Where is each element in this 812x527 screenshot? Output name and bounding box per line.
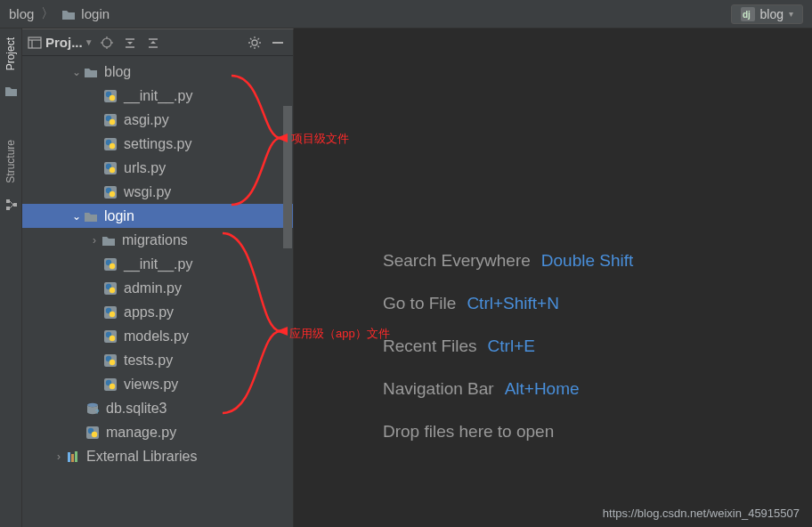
tree-folder-blog[interactable]: ⌄ blog: [22, 60, 293, 84]
folder-icon: [4, 85, 17, 97]
tree-label: apps.py: [124, 304, 174, 320]
tree-label: db.sqlite3: [106, 401, 167, 417]
hint-recent-files: Recent Files Ctrl+E: [383, 336, 633, 356]
chevron-down-icon[interactable]: ⌄: [70, 210, 83, 223]
python-file-icon: [102, 137, 118, 151]
tree-folder-migrations[interactable]: › migrations: [22, 228, 293, 252]
tree-file-views[interactable]: views.py: [22, 372, 293, 396]
run-config-label: blog: [760, 7, 784, 21]
hint-label: Go to File: [383, 294, 456, 313]
run-configuration-selector[interactable]: blog ▾: [731, 4, 803, 24]
libraries-icon: [65, 450, 81, 464]
project-tab-label: Project: [4, 37, 17, 70]
project-panel: Proj...▼ ⌄ blog __init__.py asgi.py sett…: [22, 28, 294, 527]
locate-file-button[interactable]: [97, 33, 117, 53]
hint-shortcut: Double Shift: [541, 251, 634, 271]
scrollbar-thumb[interactable]: [283, 106, 292, 248]
tree-label: External Libraries: [86, 449, 198, 465]
panel-settings-button[interactable]: [245, 33, 264, 53]
watermark: https://blog.csdn.net/weixin_45915507: [603, 507, 800, 520]
hint-shortcut: Ctrl+Shift+N: [467, 294, 558, 313]
tree-label: migrations: [122, 232, 188, 248]
python-file-icon: [102, 89, 118, 103]
expand-all-button[interactable]: [120, 33, 140, 53]
structure-tool-tab[interactable]: Structure: [3, 136, 19, 187]
project-tree[interactable]: ⌄ blog __init__.py asgi.py settings.py u…: [22, 56, 293, 527]
collapse-all-button[interactable]: [143, 33, 163, 53]
tree-label: models.py: [124, 328, 189, 345]
tree-label: blog: [104, 64, 131, 80]
tree-label: __init__.py: [124, 88, 192, 104]
tree-file-manage[interactable]: manage.py: [22, 420, 293, 444]
breadcrumb-separator-icon: 〉: [41, 5, 54, 22]
tree-label: login: [104, 208, 134, 224]
tree-file-wsgi[interactable]: wsgi.py: [22, 180, 293, 204]
tree-file-urls[interactable]: urls.py: [22, 156, 293, 180]
folder-icon: [61, 8, 76, 20]
tree-label: views.py: [124, 377, 178, 393]
chevron-right-icon[interactable]: ›: [53, 450, 65, 463]
python-file-icon: [102, 329, 118, 344]
tree-file-asgi[interactable]: asgi.py: [22, 108, 293, 132]
folder-icon: [83, 209, 99, 223]
hint-label: Navigation Bar: [383, 379, 494, 399]
python-file-icon: [102, 377, 118, 392]
database-icon: [85, 401, 101, 416]
breadcrumb[interactable]: blog 〉 login: [9, 5, 110, 22]
tree-file-login-init[interactable]: __init__.py: [22, 252, 293, 276]
tree-label: manage.py: [106, 425, 176, 441]
welcome-hints: Search Everywhere Double Shift Go to Fil…: [383, 251, 633, 442]
tree-label: settings.py: [124, 136, 191, 152]
python-file-icon: [102, 305, 118, 320]
hint-label: Recent Files: [383, 336, 477, 356]
python-file-icon: [102, 161, 118, 175]
tree-file-tests[interactable]: tests.py: [22, 348, 293, 372]
hint-label: Search Everywhere: [383, 251, 531, 271]
python-file-icon: [85, 426, 101, 440]
chevron-down-icon[interactable]: ⌄: [70, 66, 83, 78]
chevron-down-icon: ▼: [85, 37, 93, 47]
hint-shortcut: Ctrl+E: [488, 336, 535, 356]
tree-label: __init__.py: [124, 256, 192, 272]
python-file-icon: [102, 353, 118, 368]
breadcrumb-bar: blog 〉 login blog ▾: [0, 0, 812, 28]
project-tool-tab[interactable]: Project: [3, 34, 19, 74]
hint-drop-files: Drop files here to open: [383, 422, 633, 442]
breadcrumb-child[interactable]: login: [81, 6, 110, 21]
tree-label: tests.py: [124, 353, 173, 369]
window-icon: [28, 36, 42, 50]
chevron-down-icon: ▾: [789, 9, 793, 19]
hide-panel-button[interactable]: [268, 33, 288, 53]
hint-shortcut: Alt+Home: [505, 379, 580, 399]
tree-file-models[interactable]: models.py: [22, 324, 293, 348]
django-icon: [741, 7, 755, 21]
tree-label: asgi.py: [124, 112, 169, 128]
structure-icon: [4, 198, 17, 210]
tree-label: admin.py: [124, 280, 182, 296]
tree-external-libraries[interactable]: › External Libraries: [22, 444, 293, 468]
project-panel-header: Proj...▼: [22, 29, 293, 56]
project-view-selector[interactable]: Proj...▼: [28, 35, 93, 50]
tree-file-init[interactable]: __init__.py: [22, 84, 293, 108]
tree-label: wsgi.py: [124, 184, 171, 200]
project-panel-title: Proj...: [45, 35, 83, 50]
python-file-icon: [102, 257, 118, 272]
breadcrumb-root[interactable]: blog: [9, 6, 34, 21]
tree-file-apps[interactable]: apps.py: [22, 300, 293, 324]
folder-icon: [83, 65, 99, 79]
python-file-icon: [102, 281, 118, 296]
python-file-icon: [102, 185, 118, 199]
hint-label: Drop files here to open: [383, 422, 554, 442]
tree-file-admin[interactable]: admin.py: [22, 276, 293, 300]
editor-area[interactable]: Search Everywhere Double Shift Go to Fil…: [294, 28, 812, 527]
tree-file-settings[interactable]: settings.py: [22, 132, 293, 156]
hint-goto-file: Go to File Ctrl+Shift+N: [383, 294, 633, 313]
folder-icon: [101, 233, 117, 247]
tree-folder-login[interactable]: ⌄ login: [22, 204, 293, 228]
tree-file-db[interactable]: db.sqlite3: [22, 396, 293, 420]
chevron-right-icon[interactable]: ›: [88, 234, 101, 247]
python-file-icon: [102, 113, 118, 127]
tree-label: urls.py: [124, 160, 166, 176]
structure-tab-label: Structure: [4, 140, 17, 183]
tool-window-strip: Project Structure: [0, 28, 22, 527]
